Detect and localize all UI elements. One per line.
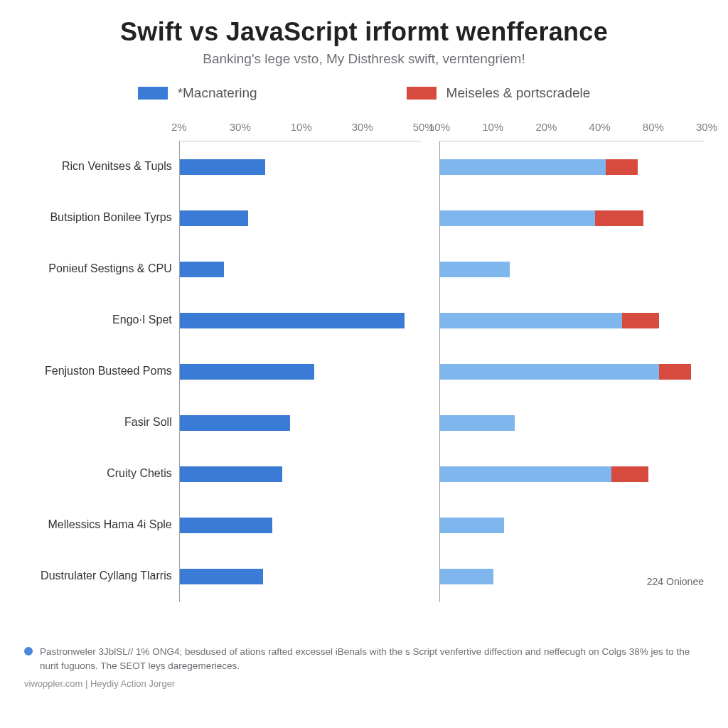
credits: viwoppler.com | Heydiy Action Jorger [24,678,704,689]
x-tick: 80% [643,121,664,133]
x-tick: 10% [482,121,503,133]
y-label: Ricn Venitses & Tupls [24,141,172,192]
bar-left [180,518,273,533]
panel-left: 2%30%10%30%50% [179,111,421,602]
x-tick: 30% [696,121,717,133]
bar-right-light [440,159,606,175]
x-tick: 30% [352,121,373,133]
chart-subtitle: Banking's lege vsto, My Disthresk swift,… [24,51,704,67]
y-label: Engo·I Spet [24,294,172,346]
legend-item-right: Meiseles & portscradele [407,85,591,101]
y-label: Dustrulater Cyllang Tlarris [24,550,172,601]
y-label: Mellessics Hama 4i Sple [24,499,172,550]
y-label: Fenjuston Busteed Poms [24,346,172,397]
bar-left [180,262,224,277]
panels: Ricn Venitses & TuplsButsiption Bonilee … [24,111,704,602]
x-tick: 20% [535,121,557,133]
legend-item-left: *Macnatering [138,85,257,101]
y-label: Fasir Soll [24,397,172,448]
legend-label-left: *Macnatering [178,85,257,101]
bar-right-red [659,364,691,380]
bar-left [180,466,282,482]
panel-right: 10%10%20%40%80%30% 224 Onionee [439,111,704,602]
bar-left [180,159,265,175]
bar-right-red [611,466,649,482]
footnote: Pastronweler 3JblSL// 1% ONG4; besdused … [24,645,704,673]
chart-title: Swift vs JavaScript irformt wenfferance [24,17,704,47]
bar-left [180,210,248,226]
x-ticks-left: 2%30%10%30%50% [179,111,421,141]
footnote-bullet-icon [24,647,33,655]
y-label: Cruity Chetis [24,448,172,499]
legend-swatch-blue [138,87,168,100]
bar-right-red [622,313,660,328]
bar-right-light [440,415,515,431]
bar-right-light [440,518,504,533]
y-axis-labels: Ricn Venitses & TuplsButsiption Bonilee … [24,111,179,602]
bar-right-light [440,569,493,584]
x-tick: 2% [171,121,187,133]
bar-right-red [606,159,638,175]
bar-right-light [440,262,510,277]
panel-right-footer: 224 Onionee [647,576,704,587]
x-tick: 10% [429,121,450,133]
bar-left [180,415,290,431]
plot-right [439,141,704,602]
bar-left [180,569,263,584]
x-tick: 30% [230,121,251,133]
x-tick: 10% [291,121,312,133]
bar-right-light [440,313,622,328]
x-tick: 40% [589,121,611,133]
bar-left [180,313,405,328]
y-label: Ponieuf Sestigns & CPU [24,243,172,294]
bar-right-light [440,364,659,380]
y-label: Butsiption Bonilee Tyrps [24,192,172,243]
legend: *Macnatering Meiseles & portscradele [24,85,704,101]
bar-left [180,364,314,380]
legend-swatch-red [407,87,437,100]
bar-right-light [440,466,611,482]
plot-left [179,141,421,602]
footnote-text: Pastronweler 3JblSL// 1% ONG4; besdused … [40,645,704,673]
x-ticks-right: 10%10%20%40%80%30% [439,111,704,141]
chart-page: Swift vs JavaScript irformt wenfferance … [0,0,728,728]
legend-label-right: Meiseles & portscradele [446,85,591,101]
bar-right-light [440,210,595,226]
bar-right-red [595,210,643,226]
